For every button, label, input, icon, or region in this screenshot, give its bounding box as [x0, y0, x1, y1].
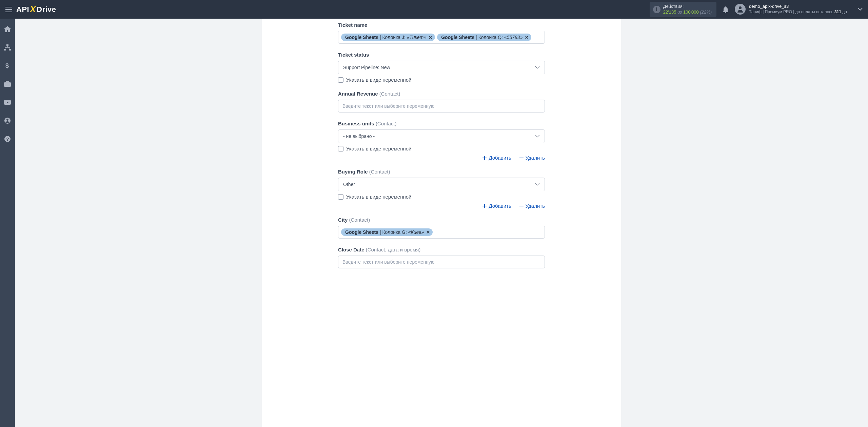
logo-part2: X: [30, 4, 36, 15]
add-button[interactable]: Добавить: [482, 155, 511, 161]
label-ticket-name: Ticket name: [338, 22, 545, 28]
user-text: demo_apix-drive_s3 Тариф | Премиум PRO |…: [749, 4, 847, 15]
nav-account-icon[interactable]: [0, 115, 15, 126]
input-close-date[interactable]: Введите текст или выберите переменную: [338, 256, 545, 268]
svg-text:?: ?: [6, 137, 9, 142]
logo-part3: Drive: [37, 5, 56, 14]
logo-part1: API: [16, 5, 29, 14]
nav-briefcase-icon[interactable]: [0, 78, 15, 90]
minus-icon: [519, 204, 524, 208]
menu-icon[interactable]: [5, 7, 12, 12]
actions-counter[interactable]: i Действия: 22'135 из 100'000 (22%): [650, 2, 716, 17]
info-icon: i: [653, 6, 660, 13]
select-ticket-status[interactable]: Support Pipeline: New: [338, 61, 545, 74]
layout: $ ? Ticket name Google Sheets | Колонка …: [0, 19, 868, 427]
svg-rect-1: [6, 44, 8, 46]
nav-billing-icon[interactable]: $: [0, 60, 15, 72]
topbar: API X Drive i Действия: 22'135 из 100'00…: [0, 0, 868, 19]
content: Ticket name Google Sheets | Колонка J: «…: [15, 19, 868, 427]
delete-button[interactable]: Удалить: [519, 155, 545, 161]
select-business-units[interactable]: - не выбрано -: [338, 129, 545, 143]
logo[interactable]: API X Drive: [16, 4, 56, 15]
close-icon[interactable]: ✕: [426, 230, 430, 235]
checkbox-icon: [338, 146, 343, 151]
svg-point-9: [6, 119, 8, 121]
add-button[interactable]: Добавить: [482, 203, 511, 209]
svg-point-0: [739, 6, 742, 9]
topbar-right: i Действия: 22'135 из 100'000 (22%) demo…: [650, 2, 863, 17]
action-links: Добавить Удалить: [338, 155, 545, 161]
avatar-icon: [735, 4, 746, 15]
token[interactable]: Google Sheets | Колонка J: «Тикет» ✕: [341, 34, 435, 41]
delete-button[interactable]: Удалить: [519, 203, 545, 209]
sidebar: $ ?: [0, 19, 15, 427]
token[interactable]: Google Sheets | Колонка G: «Киев» ✕: [341, 228, 433, 236]
chevron-down-icon: [535, 66, 540, 69]
plus-icon: [482, 156, 487, 160]
label-annual-revenue: Annual Revenue (Contact): [338, 91, 545, 97]
user-name: demo_apix-drive_s3: [749, 4, 847, 9]
field-close-date: Close Date (Contact, дата и время) Введи…: [338, 247, 545, 268]
label-city: City (Contact): [338, 217, 545, 223]
input-annual-revenue[interactable]: Введите текст или выберите переменную: [338, 100, 545, 113]
actions-value: 22'135 из 100'000 (22%): [663, 9, 712, 15]
select-buying-role[interactable]: Other: [338, 178, 545, 191]
input-city[interactable]: Google Sheets | Колонка G: «Киев» ✕: [338, 226, 545, 239]
field-city: City (Contact) Google Sheets | Колонка G…: [338, 217, 545, 239]
checkbox-variable[interactable]: Указать в виде переменной: [338, 146, 545, 151]
nav-home-icon[interactable]: [0, 23, 15, 35]
field-ticket-status: Ticket status Support Pipeline: New Указ…: [338, 52, 545, 83]
checkbox-icon: [338, 77, 343, 83]
notifications-icon[interactable]: [723, 6, 729, 13]
label-close-date: Close Date (Contact, дата и время): [338, 247, 545, 252]
checkbox-variable[interactable]: Указать в виде переменной: [338, 194, 545, 200]
chevron-down-icon[interactable]: [858, 8, 863, 11]
token[interactable]: Google Sheets | Колонка Q: «55783» ✕: [437, 34, 531, 41]
svg-rect-2: [4, 49, 6, 50]
label-ticket-status: Ticket status: [338, 52, 545, 58]
nav-help-icon[interactable]: ?: [0, 133, 15, 145]
form-inner: Ticket name Google Sheets | Колонка J: «…: [338, 19, 545, 268]
label-business-units: Business units (Contact): [338, 121, 545, 126]
actions-title: Действия:: [663, 4, 712, 9]
user-menu[interactable]: demo_apix-drive_s3 Тариф | Премиум PRO |…: [735, 4, 847, 15]
field-ticket-name: Ticket name Google Sheets | Колонка J: «…: [338, 22, 545, 44]
field-business-units: Business units (Contact) - не выбрано - …: [338, 121, 545, 161]
nav-video-icon[interactable]: [0, 97, 15, 108]
field-annual-revenue: Annual Revenue (Contact) Введите текст и…: [338, 91, 545, 113]
input-ticket-name[interactable]: Google Sheets | Колонка J: «Тикет» ✕ Goo…: [338, 31, 545, 44]
field-buying-role: Buying Role (Contact) Other Указать в ви…: [338, 169, 545, 209]
minus-icon: [519, 156, 524, 160]
action-links: Добавить Удалить: [338, 203, 545, 209]
plus-icon: [482, 204, 487, 208]
svg-rect-3: [9, 49, 11, 50]
chevron-down-icon: [535, 183, 540, 186]
form-card: Ticket name Google Sheets | Колонка J: «…: [262, 19, 621, 427]
close-icon[interactable]: ✕: [525, 35, 529, 40]
chevron-down-icon: [535, 135, 540, 138]
label-buying-role: Buying Role (Contact): [338, 169, 545, 175]
nav-connections-icon[interactable]: [0, 42, 15, 53]
checkbox-icon: [338, 194, 343, 200]
close-icon[interactable]: ✕: [429, 35, 432, 40]
svg-rect-6: [6, 81, 9, 83]
user-subtitle: Тариф | Премиум PRO | до оплаты осталось…: [749, 9, 847, 15]
checkbox-variable[interactable]: Указать в виде переменной: [338, 77, 545, 83]
svg-text:$: $: [5, 62, 9, 69]
